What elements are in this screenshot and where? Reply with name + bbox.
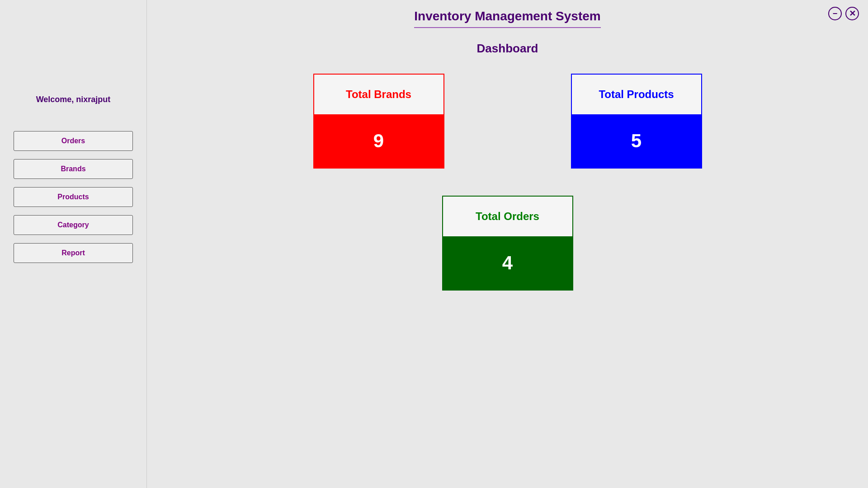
app-title: Inventory Management System <box>414 9 600 28</box>
nav-category-button[interactable]: Category <box>14 215 133 235</box>
dashboard-heading: Dashboard <box>477 42 538 56</box>
total-products-card: Total Products 5 <box>571 74 702 169</box>
nav-products-button[interactable]: Products <box>14 187 133 207</box>
total-products-label: Total Products <box>572 75 701 114</box>
total-orders-value: 4 <box>443 236 572 290</box>
sidebar: Welcome, nixrajput Orders Brands Product… <box>0 0 147 488</box>
nav-menu: Orders Brands Products Category Report <box>14 131 133 263</box>
stats-row-1: Total Brands 9 Total Products 5 <box>313 74 702 169</box>
nav-orders-button[interactable]: Orders <box>14 131 133 151</box>
title-bar: Inventory Management System <box>147 0 868 33</box>
total-orders-label: Total Orders <box>443 197 572 236</box>
nav-brands-button[interactable]: Brands <box>14 159 133 179</box>
stats-row-2: Total Orders 4 <box>442 196 573 291</box>
nav-report-button[interactable]: Report <box>14 243 133 263</box>
total-brands-card: Total Brands 9 <box>313 74 444 169</box>
welcome-text: Welcome, nixrajput <box>36 95 111 104</box>
total-orders-card: Total Orders 4 <box>442 196 573 291</box>
total-brands-label: Total Brands <box>314 75 443 114</box>
total-brands-value: 9 <box>314 114 443 168</box>
main-content: Inventory Management System Dashboard To… <box>147 0 868 488</box>
total-products-value: 5 <box>572 114 701 168</box>
